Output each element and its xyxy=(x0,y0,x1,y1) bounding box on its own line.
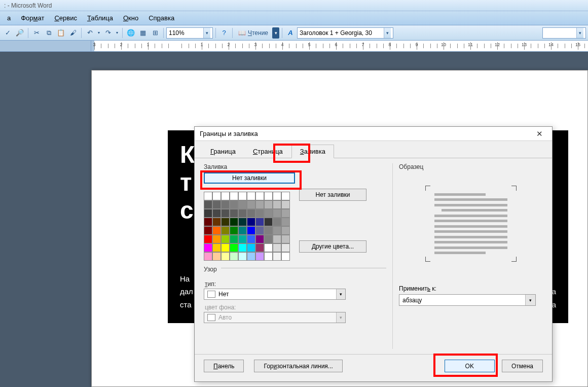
color-swatch[interactable] xyxy=(221,218,230,226)
paste-icon[interactable]: 📋 xyxy=(55,27,66,39)
color-swatch[interactable] xyxy=(281,192,290,200)
close-icon[interactable]: ✕ xyxy=(532,128,547,139)
color-swatch[interactable] xyxy=(238,243,247,252)
cut-icon[interactable]: ✂ xyxy=(31,27,42,39)
color-swatch[interactable] xyxy=(281,200,290,209)
color-swatch[interactable] xyxy=(212,252,221,261)
color-swatch[interactable] xyxy=(221,235,230,243)
color-swatch[interactable] xyxy=(255,235,264,243)
chevron-down-icon[interactable]: ▾ xyxy=(576,28,583,38)
chevron-down-icon[interactable]: ▾ xyxy=(336,289,345,299)
copy-icon[interactable]: ⧉ xyxy=(43,27,54,39)
color-swatch[interactable] xyxy=(212,209,221,218)
color-swatch[interactable] xyxy=(212,226,221,235)
color-swatch[interactable] xyxy=(255,252,264,261)
color-swatch[interactable] xyxy=(230,200,238,209)
horizontal-line-button[interactable]: Горизонтальная линия... xyxy=(254,360,342,372)
color-swatch[interactable] xyxy=(204,192,212,200)
color-swatch[interactable] xyxy=(247,252,255,261)
color-swatch[interactable] xyxy=(281,243,290,252)
undo-icon[interactable]: ↶ xyxy=(84,27,95,39)
color-swatch[interactable] xyxy=(204,235,212,243)
color-swatch[interactable] xyxy=(273,192,281,200)
color-swatch[interactable] xyxy=(230,243,238,252)
tab-fill[interactable]: Заливка xyxy=(291,145,334,158)
color-swatch[interactable] xyxy=(264,200,273,209)
color-swatch[interactable] xyxy=(281,226,290,235)
no-fill-button[interactable]: Нет заливки xyxy=(299,189,366,201)
color-swatch[interactable] xyxy=(221,200,230,209)
pattern-type-combo[interactable]: Нет ▾ xyxy=(204,289,346,300)
research-icon[interactable]: 🔎 xyxy=(14,27,25,39)
chevron-down-icon[interactable]: ▾ xyxy=(384,28,391,38)
color-swatch[interactable] xyxy=(238,209,247,218)
color-swatch[interactable] xyxy=(255,192,264,200)
more-colors-button[interactable]: Другие цвета... xyxy=(299,240,366,253)
color-swatch[interactable] xyxy=(230,235,238,243)
cancel-button[interactable]: Отмена xyxy=(502,360,543,372)
redo-icon[interactable]: ↷ xyxy=(102,27,114,39)
color-swatch[interactable] xyxy=(247,200,255,209)
toolbar-panel-button[interactable]: Панель xyxy=(204,360,244,372)
color-swatch[interactable] xyxy=(264,226,273,235)
color-swatch[interactable] xyxy=(273,218,281,226)
color-swatch[interactable] xyxy=(264,252,273,261)
insert-table-icon[interactable]: ⊞ xyxy=(150,27,161,39)
color-swatch[interactable] xyxy=(221,209,230,218)
styles-pane-icon[interactable]: A xyxy=(285,27,296,39)
color-swatch[interactable] xyxy=(255,218,264,226)
font-input[interactable] xyxy=(543,29,576,37)
color-swatch[interactable] xyxy=(264,243,273,252)
color-swatch[interactable] xyxy=(255,226,264,235)
undo-dropdown-icon[interactable]: ▾ xyxy=(96,27,101,39)
color-swatch[interactable] xyxy=(281,218,290,226)
color-swatch[interactable] xyxy=(221,252,230,261)
color-swatch[interactable] xyxy=(212,200,221,209)
chevron-down-icon[interactable]: ▾ xyxy=(203,28,210,38)
color-swatch[interactable] xyxy=(204,209,212,218)
color-swatch[interactable] xyxy=(230,218,238,226)
tab-border[interactable]: Граница xyxy=(202,145,244,158)
color-swatch[interactable] xyxy=(281,209,290,218)
color-swatch[interactable] xyxy=(264,209,273,218)
color-swatch[interactable] xyxy=(247,218,255,226)
color-swatch[interactable] xyxy=(212,243,221,252)
color-swatch[interactable] xyxy=(204,243,212,252)
color-swatch[interactable] xyxy=(255,209,264,218)
menu-item-format[interactable]: Формат xyxy=(16,13,49,23)
color-swatch[interactable] xyxy=(247,235,255,243)
apply-to-combo[interactable]: абзацу ▾ xyxy=(399,294,536,306)
color-swatch[interactable] xyxy=(238,200,247,209)
color-swatch[interactable] xyxy=(230,209,238,218)
color-swatch[interactable] xyxy=(273,200,281,209)
menu-item-help[interactable]: Справка xyxy=(143,13,179,23)
color-swatch[interactable] xyxy=(238,192,247,200)
menu-item-service[interactable]: Сервис xyxy=(49,13,82,23)
tab-page[interactable]: Страница xyxy=(244,145,291,158)
color-swatch[interactable] xyxy=(264,192,273,200)
color-swatch[interactable] xyxy=(230,192,238,200)
color-swatch[interactable] xyxy=(204,200,212,209)
color-swatch[interactable] xyxy=(273,243,281,252)
ok-button[interactable]: OK xyxy=(445,360,495,372)
color-swatch[interactable] xyxy=(238,218,247,226)
style-combo[interactable]: ▾ xyxy=(297,27,393,39)
zoom-combo[interactable]: ▾ xyxy=(166,27,213,39)
color-swatch[interactable] xyxy=(255,243,264,252)
spellcheck-icon[interactable]: ✓ xyxy=(2,27,13,39)
redo-dropdown-icon[interactable]: ▾ xyxy=(115,27,120,39)
color-swatch[interactable] xyxy=(247,209,255,218)
chevron-down-icon[interactable]: ▾ xyxy=(525,295,535,305)
color-swatch[interactable] xyxy=(273,226,281,235)
color-swatch[interactable] xyxy=(273,209,281,218)
hyperlink-icon[interactable]: 🌐 xyxy=(125,27,136,39)
color-swatch[interactable] xyxy=(204,218,212,226)
color-swatch[interactable] xyxy=(212,192,221,200)
color-swatch[interactable] xyxy=(221,243,230,252)
color-swatch[interactable] xyxy=(247,192,255,200)
color-swatch[interactable] xyxy=(273,235,281,243)
zoom-input[interactable] xyxy=(167,29,203,37)
menu-item-0[interactable]: а xyxy=(2,13,16,23)
help-icon[interactable]: ? xyxy=(218,27,230,39)
menu-item-table[interactable]: Таблица xyxy=(82,13,118,23)
